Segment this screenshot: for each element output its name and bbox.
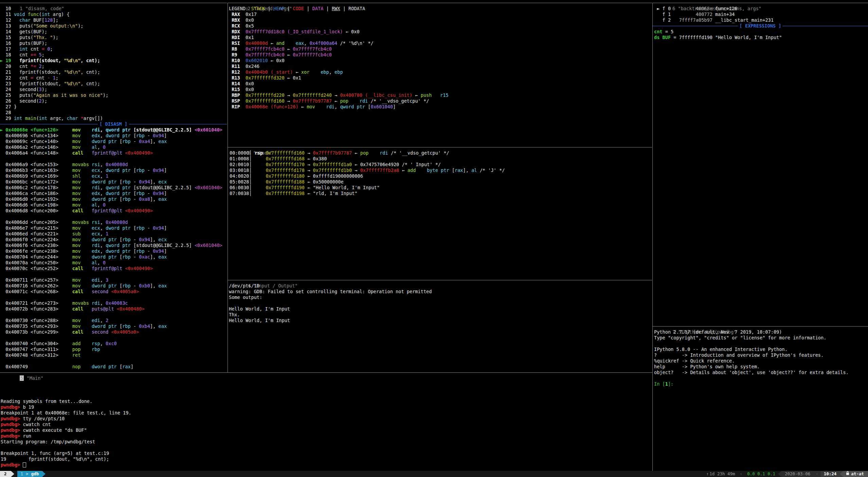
terminal-row: 0x40072b <func+283> call puts@plt <0x400…	[0, 306, 222, 312]
uptime-arrow-icon: ↑	[706, 471, 710, 477]
terminal-row: 0x400696 <func+134> mov edx, dword ptr […	[0, 133, 222, 139]
terminal-row: 0x4006a9 <func+153> movabs rsi, 0x40080d	[0, 162, 222, 167]
backtrace-frames: ► f 0 40068e func+126 f 1 400772 main+34…	[654, 6, 774, 23]
terminal-row: 20 cnt *= 2;	[0, 64, 108, 69]
terminal-row: 0x4006e7 <func+215> mov ecx, dword ptr […	[0, 225, 222, 231]
terminal-row	[654, 375, 849, 381]
registers-list: LEGEND: STACK | HEAP | CODE | DATA | RWX…	[229, 6, 449, 110]
terminal-row: ► f 0 40068e func+126	[654, 6, 774, 12]
tmux-status-bar: 2 1 > gdb ↑ 1d 23h 49m ‹ 0.0 0.1 0.1 202…	[0, 471, 868, 477]
terminal-row: pwndbg>	[1, 462, 131, 468]
terminal-row: 0x400730 <func+288> mov edi, 2	[0, 318, 222, 323]
terminal-row: RBP 0x7fffffffd220 → 0x7fffffffd240 → 0x…	[229, 92, 449, 98]
terminal-row: R14 0x0	[229, 81, 449, 87]
io-output: /dev/pts/10warning: GDB: Failed to set c…	[229, 283, 432, 323]
pane-separator-vertical-right[interactable]	[652, 3, 653, 471]
terminal-row: 0x40073b <func+299> call second <0x4005a…	[0, 329, 222, 335]
chevron-separator-icon: ‹	[814, 471, 820, 477]
terminal-row: R13 0x7fffffffd320 ← 0x1	[229, 75, 449, 81]
terminal-row: In [1]:	[654, 381, 849, 387]
terminal-row: pwndbg> run	[1, 433, 131, 439]
load-average: 0.0 0.1 0.1	[747, 471, 775, 477]
terminal-row	[0, 358, 222, 364]
pane-stack[interactable]: 3 "stack" 00:0000│ rsp 0x7fffffffd160 → …	[228, 144, 652, 277]
terminal-row	[0, 156, 222, 162]
expressions-divider: [ EXPRESSIONS ]	[653, 23, 868, 29]
terminal-row: 18 cnt += 5;	[0, 52, 108, 58]
terminal-row: 01:0008│ 0x7fffffffd168 ← 0x380	[230, 156, 505, 162]
terminal-row: 0x400748 <func+312> ret	[0, 352, 222, 358]
uptime-text: 1d 23h 49m	[709, 471, 735, 477]
terminal-row: RBX 0x0	[229, 17, 449, 23]
session-badge[interactable]: 2	[0, 471, 11, 477]
terminal-row: R11 0x246	[229, 64, 449, 69]
terminal-row: 0x4006d0 <func+192> mov dword ptr [rbp -…	[0, 196, 222, 202]
window-tab-gdb[interactable]: 1 > gdb	[17, 471, 42, 477]
status-clock: 10:24	[820, 471, 840, 477]
terminal-row: 0x4006f0 <func+224> mov dword ptr [rbp -…	[0, 237, 222, 243]
terminal-row: 0x4006b3 <func+163> mov ecx, dword ptr […	[0, 167, 222, 173]
terminal-row: 11 void func(int arg) {	[0, 12, 108, 17]
pane-main-gdb[interactable]: 5 "Main" Reading symbols from test...don…	[0, 370, 652, 471]
terminal-row: LEGEND: STACK | HEAP | CODE | DATA | RWX…	[229, 6, 449, 12]
disasm-listing: ► 0x40068e <func+126> mov rdi, qword ptr…	[0, 127, 222, 370]
terminal-row: Type "copyright", "credits" or "license"…	[654, 335, 849, 341]
pane-ipython[interactable]: 7 "IPython: tmp/pwndbg" Python 2.7.17 (d…	[653, 323, 868, 471]
terminal-row: 05:0028│ 0x7fffffffd188 ← 0x50000000e	[230, 179, 505, 185]
ipython-output[interactable]: Python 2.7.17 (default, Nov 7 2019, 10:0…	[654, 329, 849, 387]
chevron-separator-icon: ‹	[738, 471, 745, 477]
terminal-row: ds BUF = 7fffffffd190 "Hello World, I'm …	[654, 35, 782, 40]
terminal-row	[0, 271, 222, 277]
pane-backtrace[interactable]: 6 "backtrace, expressions, args" ► f 0 4…	[653, 0, 868, 323]
pane-disasm-code[interactable]: 1 "disasm, code" 10 11 void func(int arg…	[0, 0, 228, 370]
terminal-row	[1, 445, 131, 450]
terminal-row: Breakpoint 1 at 0x40068e: file test.c, l…	[1, 410, 131, 416]
powerline-arrow-icon	[840, 471, 843, 477]
terminal-row: 24 second(3);	[0, 87, 108, 92]
terminal-row: 28	[0, 110, 108, 116]
terminal-row: 27 }	[0, 104, 108, 110]
terminal-row: ? -> Introduction and overview of IPytho…	[654, 352, 849, 358]
terminal-row: 22 cnt = cnt - 1;	[0, 75, 108, 81]
status-date: 2020-03-06	[781, 471, 814, 477]
terminal-row: Thx.	[229, 312, 432, 318]
terminal-row: 0x4006d8 <func+200> call fprintf@plt <0x…	[0, 208, 222, 214]
terminal-row: warning: GDB: Failed to set controlling …	[229, 289, 432, 295]
terminal-row: RSI 0x40080d ← and eax, 0x4f000a64 /* '%…	[229, 40, 449, 46]
terminal-row: RDX 0x7ffff7dd18c0 (_IO_stdfile_1_lock) …	[229, 29, 449, 35]
terminal-row: RCX 0x5	[229, 23, 449, 29]
window-index: 1	[21, 471, 23, 477]
gdb-console[interactable]: Reading symbols from test...done.pwndbg>…	[1, 375, 131, 468]
terminal-row: R15 0x0	[229, 87, 449, 92]
terminal-row: 0x40070c <func+252> call fprintf@plt <0x…	[0, 266, 222, 271]
terminal-row: Python 2.7.17 (default, Nov 7 2019, 10:0…	[654, 329, 849, 335]
pane-border-input-output: 4 "Input / Output"	[228, 277, 652, 283]
terminal-row: 15 puts("Thx. ");	[0, 35, 108, 40]
terminal-row: R9 0x7ffff7fcb4c0 ← 0x7ffff7fcb4c0	[229, 52, 449, 58]
terminal-row: 0x4006dd <func+205> movabs rsi, 0x40080d	[0, 219, 222, 225]
terminal-row: RIP 0x40068e (func+126) ← mov rdi, qword…	[229, 104, 449, 110]
terminal-row: R10 0x602010 ← 0x0	[229, 58, 449, 64]
powerline-arrow-icon	[42, 471, 46, 477]
terminal-row: 06:0030│ 0x7fffffffd190 ← "Hello World, …	[230, 185, 505, 191]
pane-border-disasm-code: 1 "disasm, code"	[0, 0, 227, 6]
pane-separator-vertical-left[interactable]	[228, 3, 228, 372]
terminal-row: 0x4006bc <func+172> mov dword ptr [rbp -…	[0, 179, 222, 185]
terminal-row: 0x400711 <func+257> mov edi, 3	[0, 277, 222, 283]
terminal-row: IPython 5.8.0 -- An enhanced Interactive…	[654, 347, 849, 352]
terminal-row: 21 fprintf(stdout, "%d\n", cnt);	[0, 69, 108, 75]
terminal-row: RDI 0x1	[229, 35, 449, 40]
terminal-row: f 1 400772 main+34	[654, 12, 774, 17]
terminal-row: 16 puts(BUF);	[0, 40, 108, 46]
pane-legend-regs[interactable]: 2 "legend, regs" LEGEND: STACK | HEAP | …	[228, 0, 652, 144]
terminal-row: 0x4006f6 <func+230> mov rdi, qword ptr […	[0, 243, 222, 248]
terminal-row: cnt = 5	[654, 29, 782, 35]
terminal-row: Some output:	[229, 295, 432, 300]
terminal-row: 0x400735 <func+293> mov dword ptr [rbp -…	[0, 323, 222, 329]
pane-input-output[interactable]: 4 "Input / Output" /dev/pts/10warning: G…	[228, 277, 652, 370]
terminal-row: pwndbg> cwatch cnt	[1, 422, 131, 427]
pane-border-ipython: 7 "IPython: tmp/pwndbg"	[653, 323, 868, 329]
terminal-row: Hello World, I'm Input	[229, 318, 432, 323]
pane-border-main: 5 "Main"	[0, 370, 652, 375]
terminal-row: 12 char BUF[128];	[0, 17, 108, 23]
